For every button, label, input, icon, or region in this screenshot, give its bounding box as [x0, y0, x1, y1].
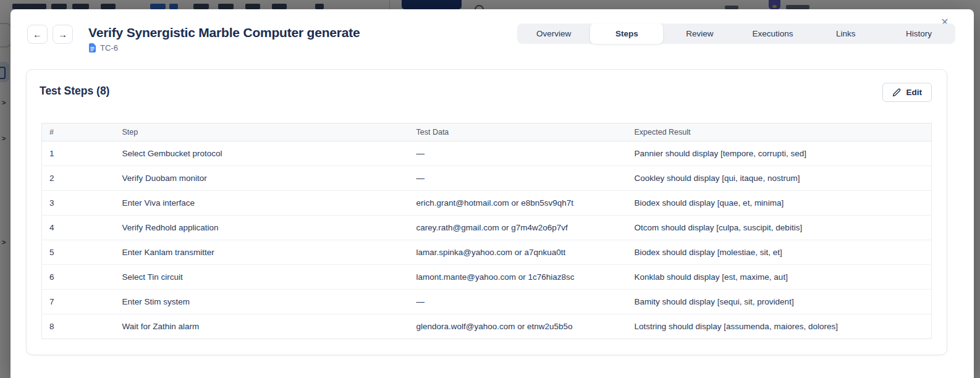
step-test-data: lamar.spinka@yahoo.com or a7qnkua0tt: [409, 240, 627, 265]
tab-links[interactable]: Links: [809, 23, 882, 44]
tab-executions[interactable]: Executions: [737, 23, 809, 44]
edit-button-label: Edit: [906, 88, 923, 97]
column-header-num: #: [42, 124, 115, 141]
table-row: 6 Select Tin circuit lamont.mante@yahoo.…: [42, 265, 932, 290]
test-case-modal: ✕ ← → Verify Synergistic Marble Computer…: [11, 9, 974, 378]
step-num: 5: [42, 240, 115, 265]
tab-overview[interactable]: Overview: [517, 23, 590, 44]
step-test-data: —: [409, 141, 627, 166]
edit-button[interactable]: Edit: [882, 83, 932, 102]
table-row: 1 Select Gembucket protocol — Pannier sh…: [42, 141, 932, 166]
tab-bar: Overview Steps Review Executions Links H…: [517, 23, 955, 44]
step-text: Select Tin circuit: [115, 265, 409, 290]
column-header-test-data: Test Data: [409, 124, 627, 141]
tab-steps[interactable]: Steps: [590, 23, 663, 44]
step-expected: Pannier should display [tempore, corrupt…: [627, 141, 932, 166]
step-expected: Otcom should display [culpa, suscipit, d…: [627, 216, 932, 240]
table-row: 7 Enter Stim system — Bamity should disp…: [42, 290, 932, 314]
column-header-step: Step: [115, 124, 409, 141]
step-test-data: carey.rath@gmail.com or g7m4w2o6p7vf: [409, 216, 627, 240]
step-test-data: —: [409, 290, 627, 314]
test-steps-table: # Step Test Data Expected Result 1 Selec…: [41, 123, 932, 339]
tab-history[interactable]: History: [882, 23, 955, 44]
page-title: Verify Synergistic Marble Computer gener…: [88, 25, 360, 40]
forward-button[interactable]: →: [53, 25, 73, 44]
tab-review[interactable]: Review: [663, 23, 736, 44]
step-text: Enter Viva interface: [115, 191, 409, 216]
step-num: 3: [42, 191, 115, 216]
step-expected: Bamity should display [sequi, sit, provi…: [627, 290, 932, 314]
step-expected: Cookley should display [qui, itaque, nos…: [627, 166, 932, 191]
step-expected: Biodex should display [molestiae, sit, e…: [627, 240, 932, 265]
step-num: 4: [42, 216, 115, 240]
step-text: Verify Redhold application: [115, 216, 409, 240]
step-expected: Konklab should display [est, maxime, aut…: [627, 265, 932, 290]
step-num: 6: [42, 265, 115, 290]
step-num: 1: [42, 141, 115, 166]
step-expected: Biodex should display [quae, et, minima]: [627, 191, 932, 216]
step-text: Select Gembucket protocol: [115, 141, 409, 166]
step-test-data: —: [409, 166, 627, 191]
step-test-data: lamont.mante@yahoo.com or 1c76hiaz8sc: [409, 265, 627, 290]
table-row: 3 Enter Viva interface erich.grant@hotma…: [42, 191, 932, 216]
table-header-row: # Step Test Data Expected Result: [42, 124, 932, 141]
step-text: Wait for Zathin alarm: [115, 314, 409, 339]
step-test-data: erich.grant@hotmail.com or e8bn5sv9qh7t: [409, 191, 627, 216]
title-block: Verify Synergistic Marble Computer gener…: [88, 25, 360, 52]
section-heading: Test Steps (8): [40, 85, 109, 98]
step-num: 8: [42, 314, 115, 339]
step-num: 2: [42, 166, 115, 191]
test-case-id: TC-6: [100, 43, 118, 52]
table-row: 5 Enter Kanlam transmitter lamar.spinka@…: [42, 240, 932, 265]
pencil-icon: [892, 88, 901, 97]
step-text: Verify Duobam monitor: [115, 166, 409, 191]
table-row: 4 Verify Redhold application carey.rath@…: [42, 216, 932, 240]
back-button[interactable]: ←: [27, 25, 48, 44]
test-steps-card: Test Steps (8) Edit # Step Test Data Exp…: [26, 69, 947, 355]
step-expected: Lotstring should display [assumenda, mai…: [627, 314, 932, 339]
test-case-subtitle: TC-6: [88, 43, 360, 52]
table-row: 8 Wait for Zathin alarm glendora.wolf@ya…: [42, 314, 932, 339]
column-header-expected: Expected Result: [627, 124, 932, 141]
document-icon: [88, 43, 96, 52]
step-text: Enter Kanlam transmitter: [115, 240, 409, 265]
modal-header: ← → Verify Synergistic Marble Computer g…: [27, 25, 360, 52]
step-text: Enter Stim system: [115, 290, 409, 314]
table-row: 2 Verify Duobam monitor — Cookley should…: [42, 166, 932, 191]
step-num: 7: [42, 290, 115, 314]
step-test-data: glendora.wolf@yahoo.com or etnw2u5b5o: [409, 314, 627, 339]
